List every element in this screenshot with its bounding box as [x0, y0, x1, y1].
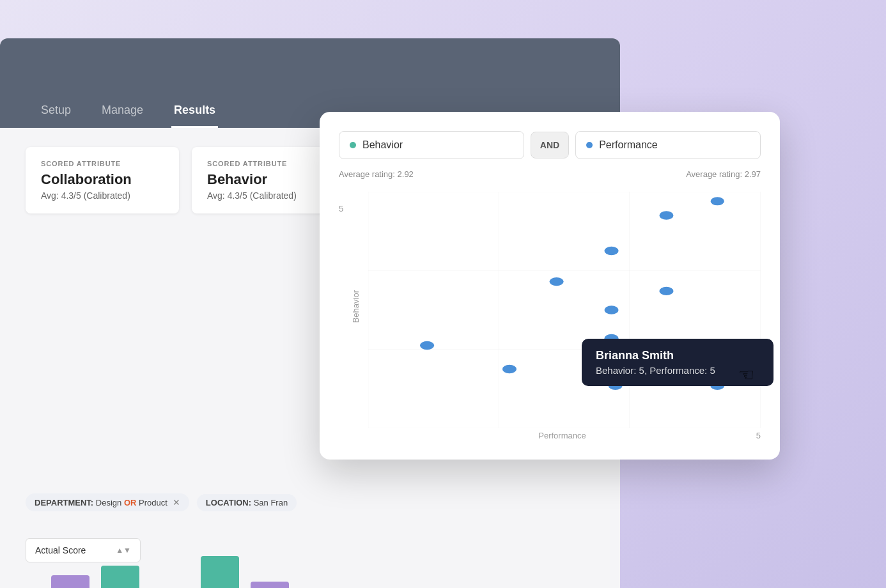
bar-1 [51, 575, 89, 588]
tooltip-name: Brianna Smith [596, 349, 759, 362]
y-axis-numbers: 5 [339, 204, 343, 440]
y-axis-text-label: Behavior [351, 290, 361, 323]
y-axis-selector[interactable]: Performance [575, 131, 761, 159]
attribute-card-collaboration: SCORED ATTRIBUTE Collaboration Avg: 4.3/… [26, 147, 179, 213]
x-axis-bottom: Performance 5 [368, 428, 761, 440]
bar-chart-preview [0, 543, 620, 588]
scatter-modal: Behavior AND Performance Average rating:… [320, 112, 780, 460]
card-title-behavior: Behavior [207, 171, 330, 188]
tab-results[interactable]: Results [171, 95, 218, 128]
y-max-label: 5 [339, 204, 343, 213]
x-avg-text: Average rating: 2.92 [339, 169, 414, 179]
y-avg-text: Average rating: 2.97 [686, 169, 761, 179]
filter-location-prefix: LOCATION: San Fran [206, 498, 288, 507]
data-point-brianna[interactable] [710, 196, 726, 206]
data-point-3[interactable] [550, 277, 564, 286]
bar-5 [251, 582, 289, 588]
filter-department[interactable]: DEPARTMENT: Design OR Product ✕ [26, 493, 189, 511]
filter-department-close[interactable]: ✕ [173, 497, 180, 507]
axis-selectors: Behavior AND Performance [339, 131, 761, 159]
scatter-svg [368, 192, 761, 428]
y-axis-dot [586, 142, 593, 148]
filter-department-prefix: DEPARTMENT: Design OR Product [35, 498, 167, 507]
filters-row: DEPARTMENT: Design OR Product ✕ LOCATION… [26, 493, 297, 511]
card-title-collaboration: Collaboration [41, 171, 164, 188]
data-point-8[interactable] [660, 287, 674, 295]
filter-location[interactable]: LOCATION: San Fran [197, 494, 297, 511]
tab-setup[interactable]: Setup [38, 95, 74, 128]
and-badge: AND [531, 132, 569, 159]
data-point-1[interactable] [420, 341, 434, 350]
x-axis-dot [350, 142, 356, 148]
data-point-5[interactable] [605, 306, 619, 314]
x-axis-selector[interactable]: Behavior [339, 131, 524, 159]
card-avg-behavior: Avg: 4.3/5 (Calibrated) [207, 190, 330, 201]
data-point-4[interactable] [605, 247, 619, 255]
scatter-container: Performance 5 Brianna Smith Behavior: 5,… [368, 192, 761, 440]
x-axis-label: Behavior [362, 139, 403, 151]
x-axis-bottom-label: Performance [538, 431, 586, 440]
data-point-7[interactable] [660, 211, 674, 219]
tab-manage[interactable]: Manage [99, 95, 146, 128]
bar-2 [101, 566, 139, 588]
data-point-2[interactable] [502, 365, 517, 373]
card-avg-collaboration: Avg: 4.3/5 (Calibrated) [41, 190, 164, 201]
x-max-label: 5 [756, 431, 761, 440]
card-label-behavior: SCORED ATTRIBUTE [207, 160, 330, 167]
bar-4 [201, 556, 239, 588]
tooltip-detail: Behavior: 5, Performance: 5 [596, 365, 759, 376]
y-axis-label: Performance [599, 139, 658, 151]
card-label-collaboration: SCORED ATTRIBUTE [41, 160, 164, 167]
avg-row: Average rating: 2.92 Average rating: 2.9… [339, 169, 761, 179]
chart-area: 5 Behavior [339, 192, 761, 440]
cursor-hand-icon: ☞ [738, 364, 754, 385]
